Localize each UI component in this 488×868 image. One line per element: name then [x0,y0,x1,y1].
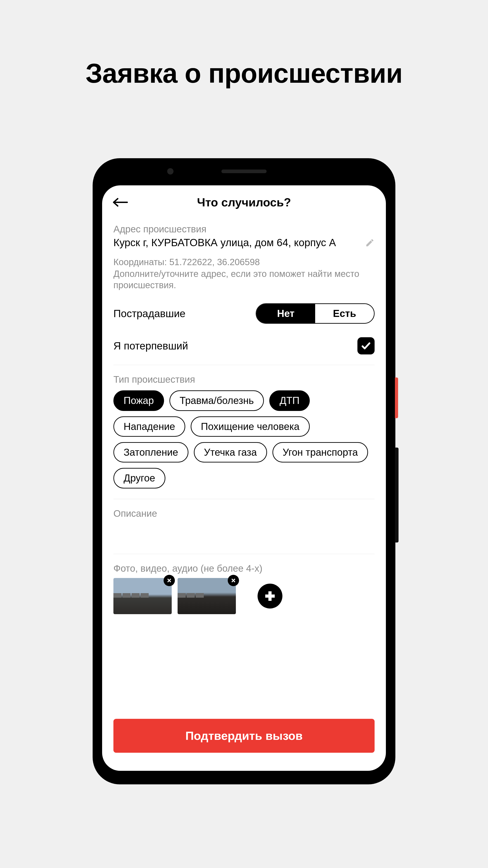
coordinates-value: 51.722622, 36.206598 [169,257,260,267]
chip-vehicle-theft[interactable]: Угон транспорта [272,442,368,463]
iam-victim-row: Я потерпевший [113,337,375,354]
back-button[interactable] [111,193,129,211]
address-value: Курск г, КУРБАТОВКА улица, дом 64, корпу… [113,237,336,249]
media-label: Фото, видео, аудио (не более 4-х) [113,563,375,574]
chip-assault[interactable]: Нападение [113,416,185,437]
chip-other[interactable]: Другое [113,468,165,488]
plus-icon [264,590,276,602]
add-media-button[interactable] [258,584,283,609]
app-screen: Что случилось? Адрес происшествия Курск … [102,185,386,771]
back-arrow-icon [112,197,128,208]
form-content: Адрес происшествия Курск г, КУРБАТОВКА у… [102,219,386,614]
remove-media-1[interactable] [164,575,175,586]
iam-victim-label: Я потерпевший [113,340,188,352]
victims-label: Пострадавшие [113,307,186,320]
media-row [113,578,375,614]
phone-frame: Что случилось? Адрес происшествия Курск … [93,158,395,784]
phone-speaker [221,169,267,173]
close-icon [231,578,236,583]
coordinates: Координаты: 51.722622, 36.206598 [113,257,375,267]
check-icon [361,341,371,351]
chip-kidnapping[interactable]: Похищение человека [191,416,310,437]
coordinates-prefix: Координаты: [113,257,169,267]
power-button [395,377,398,418]
victims-row: Пострадавшие Нет Есть [113,303,375,324]
media-thumbnail-2[interactable] [177,578,236,614]
victims-toggle[interactable]: Нет Есть [256,303,375,324]
edit-address-icon[interactable] [365,238,375,248]
victims-option-no[interactable]: Нет [256,304,315,323]
chip-fire[interactable]: Пожар [113,391,164,411]
chip-injury[interactable]: Травма/болезнь [169,391,264,411]
close-icon [166,578,172,583]
description-input[interactable] [113,524,375,554]
description-label: Описание [113,508,375,519]
chip-flooding[interactable]: Затопление [113,442,188,463]
iam-victim-checkbox[interactable] [357,337,375,354]
volume-button [395,447,398,542]
address-label: Адрес происшествия [113,224,375,235]
incident-type-label: Тип происшествия [113,374,375,385]
chip-gas-leak[interactable]: Утечка газа [194,442,267,463]
victims-option-yes[interactable]: Есть [315,304,374,323]
address-row[interactable]: Курск г, КУРБАТОВКА улица, дом 64, корпу… [113,237,375,249]
screen-title: Что случилось? [197,195,291,209]
app-header: Что случилось? [102,185,386,219]
media-thumbnail-1[interactable] [113,578,172,614]
chip-accident[interactable]: ДТП [269,391,310,411]
marketing-title: Заявка о происшествии [0,58,488,89]
phone-camera-dot [167,168,173,175]
address-hint: Дополните/уточните адрес, если это помож… [113,268,375,291]
incident-type-chips: Пожар Травма/болезнь ДТП Нападение Похищ… [113,391,375,489]
remove-media-2[interactable] [228,575,239,586]
confirm-button[interactable]: Подтвердить вызов [113,719,375,753]
